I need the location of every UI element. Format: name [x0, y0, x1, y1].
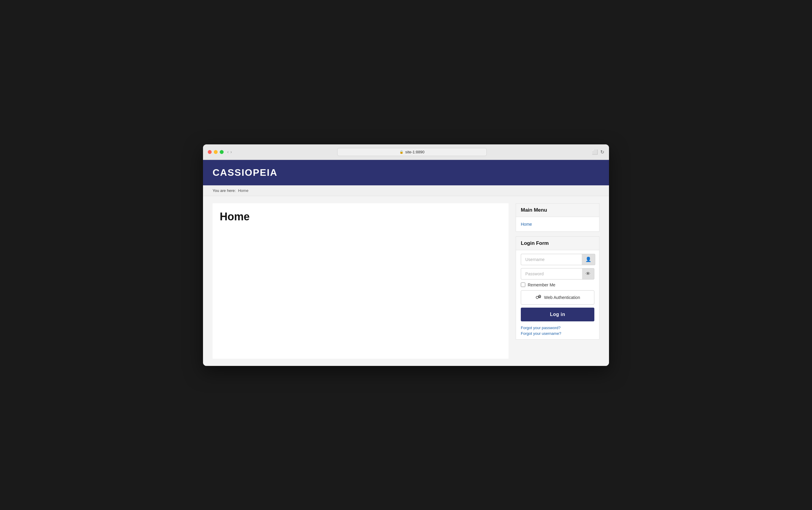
forgot-password-link[interactable]: Forgot your password? — [521, 326, 594, 330]
form-links: Forgot your password? Forgot your userna… — [521, 324, 594, 336]
username-wrapper: 👤 — [521, 254, 594, 265]
breadcrumb: You are here: Home — [203, 185, 609, 196]
sidebar-item-home[interactable]: Home — [521, 221, 594, 228]
maximize-button[interactable] — [220, 150, 224, 154]
url-text: site-1:8890 — [405, 150, 425, 154]
refresh-icon[interactable]: ↻ — [600, 149, 604, 155]
login-form-body: 👤 👁 — [516, 250, 599, 339]
share-icon[interactable]: ⬜ — [592, 149, 598, 155]
remember-me-label: Remember Me — [528, 282, 555, 287]
content-area: Home Main Menu Home Login Form — [203, 196, 609, 366]
browser-actions: ⬜ ↻ — [592, 149, 604, 155]
web-auth-button[interactable]: Web Authentication — [521, 290, 594, 305]
username-icon-button[interactable]: 👤 — [582, 254, 595, 265]
sidebar: Main Menu Home Login Form — [516, 203, 600, 344]
web-auth-label: Web Authentication — [544, 295, 580, 300]
user-icon: 👤 — [585, 257, 591, 262]
main-content: Home — [212, 203, 509, 359]
login-form-module: Login Form 👤 — [516, 237, 600, 339]
username-input[interactable] — [521, 254, 582, 265]
breadcrumb-home: Home — [238, 188, 249, 193]
forward-button[interactable]: › — [231, 149, 232, 154]
login-form-header: Login Form — [516, 237, 599, 250]
login-form: 👤 👁 — [521, 254, 594, 336]
breadcrumb-prefix: You are here: — [212, 188, 236, 193]
show-password-button[interactable]: 👁 — [582, 268, 594, 279]
browser-chrome: ‹ › 🔒 site-1:8890 ⬜ ↻ — [203, 144, 609, 160]
browser-window: ‹ › 🔒 site-1:8890 ⬜ ↻ CASSIOPEIA You are… — [203, 144, 609, 366]
address-bar[interactable]: 🔒 site-1:8890 — [337, 148, 487, 156]
password-wrapper: 👁 — [521, 268, 594, 279]
nav-arrows: ‹ › — [227, 149, 232, 154]
remember-me-checkbox[interactable] — [521, 282, 525, 287]
minimize-button[interactable] — [214, 150, 218, 154]
eye-icon: 👁 — [586, 271, 590, 276]
site-body: You are here: Home Home Main Menu Home — [203, 185, 609, 366]
lock-icon: 🔒 — [399, 150, 404, 154]
site-header: CASSIOPEIA — [203, 160, 609, 185]
web-auth-icon — [535, 294, 542, 301]
traffic-lights — [208, 150, 224, 154]
page-title: Home — [220, 210, 501, 223]
password-input[interactable] — [521, 268, 582, 279]
close-button[interactable] — [208, 150, 212, 154]
main-menu-module: Main Menu Home — [516, 203, 600, 232]
login-button[interactable]: Log in — [521, 308, 594, 321]
remember-me-row: Remember Me — [521, 282, 594, 287]
svg-point-0 — [536, 296, 539, 299]
site-logo: CASSIOPEIA — [212, 167, 600, 178]
back-button[interactable]: ‹ — [227, 149, 229, 154]
main-menu-header: Main Menu — [516, 204, 599, 217]
main-menu-body: Home — [516, 217, 599, 231]
forgot-username-link[interactable]: Forgot your username? — [521, 331, 594, 336]
